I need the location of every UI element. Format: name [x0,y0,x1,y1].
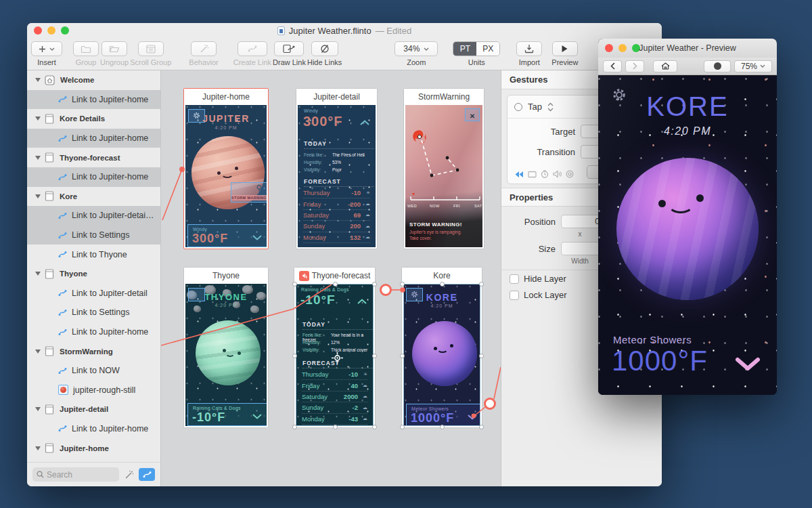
sidebar-group-thyone-forecast[interactable]: Thyone-forecast [27,148,160,167]
units-pt-segment[interactable]: PT [453,42,476,56]
back-button[interactable] [603,60,622,72]
resize-handle[interactable] [440,282,445,287]
resize-handle[interactable] [372,425,377,429]
resize-handle[interactable] [400,425,405,429]
disclosure-triangle-icon[interactable] [35,156,41,160]
forward-button[interactable] [625,60,644,72]
links-filter-button[interactable] [139,468,155,481]
rect-icon[interactable] [528,171,537,178]
home-button[interactable] [653,60,677,72]
sidebar-link-item[interactable]: Link to Jupiter-home [27,129,160,148]
artboard-thyone-forecast[interactable]: Thyone-forecast Raining Cats & Dogs -10°… [294,267,376,428]
artboard-jupiter-home[interactable]: Jupiter-home JUPITER 4:20 PM [183,88,269,249]
sidebar-group-jupiter-detail[interactable]: Jupiter-detail [27,400,160,419]
sidebar-link-item[interactable]: Link to Jupiter-home [27,419,160,439]
resize-handle[interactable] [479,354,484,358]
sidebar-group-kore[interactable]: Kore [27,187,160,207]
disclosure-triangle-icon[interactable] [35,78,41,82]
weather-icon: ☁ [361,394,367,399]
resize-handle[interactable] [400,282,405,287]
artboard-title[interactable]: StormWarning [404,89,484,105]
disclosure-triangle-icon[interactable] [35,272,41,276]
timer-icon[interactable] [541,170,549,178]
create-link-button[interactable] [238,41,267,56]
sidebar-link-item[interactable]: Link to Thyone [27,245,160,264]
artboard-jupiter-detail[interactable]: Jupiter-detail Windy 300°F TODAY Feels l… [296,88,378,249]
back-link-badge[interactable] [299,271,309,281]
artboard-title[interactable]: Jupiter-detail [296,89,377,105]
resize-handle[interactable] [333,282,338,287]
artboard-stormwarning[interactable]: StormWarning ✕ [403,88,484,249]
artboard-title[interactable]: Jupiter-home [184,89,268,105]
lock-layer-checkbox[interactable] [510,291,519,300]
search-input[interactable] [47,470,114,480]
sidebar-link-item[interactable]: Link to Settings [27,303,160,322]
disclosure-triangle-icon[interactable] [35,407,41,411]
disclosure-triangle-icon[interactable] [35,446,41,450]
sidebar-link-item[interactable]: Link to Jupiter-home [27,322,160,342]
sidebar-link-item[interactable]: Link to Jupiter-home [27,167,160,187]
sidebar-link-item[interactable]: Link to Jupiter-detail [27,284,160,303]
resize-handle[interactable] [479,425,484,429]
sidebar-link-item[interactable]: Link to Settings [27,226,160,245]
resize-handle[interactable] [372,282,377,287]
draw-link-button[interactable] [274,41,304,56]
preview-button[interactable] [552,41,578,56]
speaker-icon[interactable] [553,170,562,178]
sidebar-group-thyone[interactable]: Thyone [27,264,160,284]
sidebar-group-kore-details[interactable]: Kore Details [27,109,160,129]
sidebar-link-item[interactable]: Link to Jupiter-home [27,90,160,110]
insert-button[interactable] [31,41,62,56]
group-button[interactable] [73,41,99,56]
titlebar[interactable]: Jupiter Weather.flinto — Edited [27,23,662,38]
rewind-icon[interactable] [514,171,524,178]
chevron-down-icon[interactable] [735,357,761,372]
resize-handle[interactable] [440,425,445,429]
canvas[interactable]: Jupiter-home JUPITER 4:20 PM [161,70,501,486]
temp-bar-layer[interactable]: Meteor Showers 1000°F [406,404,480,426]
hide-layer-checkbox[interactable] [510,274,519,284]
sidebar-link-item[interactable]: Link to NOW [27,361,160,381]
target-icon[interactable] [566,170,574,178]
sidebar-layer-item[interactable]: jupiter-rough-still [27,381,160,400]
temp-bar-layer[interactable]: Raining Cats & Dogs -10°F [187,403,267,426]
chevron-up-icon[interactable] [360,120,369,125]
disclosure-triangle-icon[interactable] [35,117,41,121]
artboard-kore[interactable]: Kore KORE 4:20 PM Meteor Showers [401,267,482,428]
units-px-segment[interactable]: PX [476,42,499,56]
sidebar-group-stormwarning[interactable]: StormWarning [27,341,160,361]
artboard-thyone[interactable]: Thyone THYONE 4:20 PM [183,267,269,428]
sidebar-link-label: Link to Jupiter-detai… [72,211,154,220]
disclosure-triangle-icon[interactable] [35,194,41,198]
resize-handle[interactable] [479,282,484,287]
preview-screen[interactable]: KORE 4:20 PM Meteor Showers 1000°F [598,75,777,395]
resize-handle[interactable] [292,354,297,358]
forecast-row: Monday132☁ [303,232,370,243]
zoom-select[interactable]: 34% [394,41,438,56]
sidebar-group-jupiter-home[interactable]: Jupiter-home [27,438,160,458]
sidebar-link-item[interactable]: Link to Jupiter-detai… [27,206,160,226]
preview-titlebar[interactable]: Jupiter Weather - Preview [598,39,777,58]
search-field[interactable] [32,467,119,482]
behavior-button[interactable] [191,41,217,56]
weather-icon: ☁ [361,383,367,388]
resize-handle[interactable] [292,425,297,429]
scroll-group-button[interactable] [138,41,164,56]
resize-handle[interactable] [400,354,405,358]
preview-zoom-select[interactable]: 75% [734,60,772,72]
stepper-chevrons-icon[interactable] [547,102,554,112]
artboard-title[interactable]: Thyone [184,268,268,284]
disclosure-triangle-icon[interactable] [35,350,41,354]
storm-warning-layer[interactable]: STORM WARNING [231,182,267,203]
resize-handle[interactable] [292,282,297,287]
hide-links-button[interactable] [311,41,338,56]
ungroup-button[interactable] [102,41,127,56]
import-button[interactable] [516,41,542,56]
resize-handle[interactable] [372,354,377,358]
resize-handle[interactable] [333,425,338,429]
temp-bar-layer[interactable]: Windy 300°F [187,224,267,247]
chevron-up-icon[interactable] [357,299,367,304]
sidebar-group-welcome[interactable]: Welcome [27,70,160,90]
behaviors-filter-icon[interactable] [124,470,134,480]
record-button[interactable] [704,60,731,72]
